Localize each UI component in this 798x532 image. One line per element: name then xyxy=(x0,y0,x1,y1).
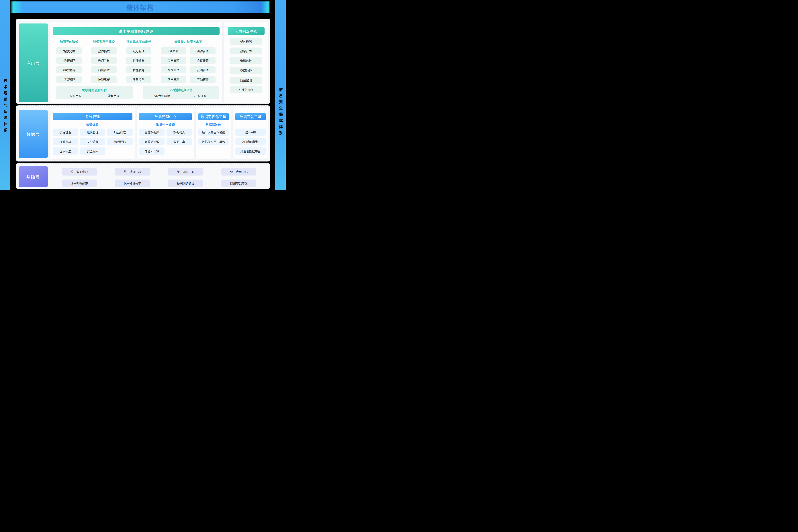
base-grid-row: 统一部署规范 统一标准规范 校园网络建设 网络基础资源 xyxy=(62,179,266,187)
platform-title: VR虚拟仿真平台 xyxy=(143,88,219,92)
base-item-card: 统一标准规范 xyxy=(115,179,150,187)
data-section-cards: 领导大数据驾驶舱 数据微应用工具包 xyxy=(199,129,229,145)
platform-item: VR实训室 xyxy=(181,94,219,98)
app-grid-row: 党员管理 教师考核 智能阅卷 资产管理 会议管理 xyxy=(56,57,220,64)
platform-items: VR专业建设 VR实训室 xyxy=(143,94,219,98)
platform-item: 预约管理 xyxy=(56,94,95,98)
data-item-card: 监督评估 xyxy=(107,138,133,145)
base-item-card: 统一应用中心 xyxy=(221,168,256,175)
app-item-card: 访客管理 xyxy=(190,48,216,54)
data-item-card: 统一API xyxy=(235,129,266,136)
app-grid-row: 党费管理 技能竞赛 质量监测 宿舍管理 考勤管理 xyxy=(56,76,220,83)
base-item-card: 统一数据中心 xyxy=(62,168,97,175)
cockpit-item-card: 整体概况 xyxy=(229,38,262,45)
right-security-bar: 信息安全保障体系 xyxy=(275,0,286,190)
data-section-system: 系统管理 管理体系 流程管理 组织管理 行业标准 标准审核 安全管理 监督评估 … xyxy=(50,108,135,159)
cockpit-item-card: 空间监控 xyxy=(229,67,262,74)
data-item-card: 安全编码 xyxy=(80,148,105,155)
data-section-header: 数据可视化工具 xyxy=(199,113,229,120)
data-section-subtitle: 数据驾驶舱 xyxy=(196,122,231,127)
data-item-card: 元数据管理 xyxy=(139,138,165,145)
base-grid-row: 统一数据中心 统一认证中心 统一通讯中心 统一应用中心 xyxy=(62,168,266,175)
app-main-subpanel: 高水平职业院校建设 加强党的建设 双师型队伍建设 信息化水平与素养 管理能力与服… xyxy=(50,22,222,103)
app-item-card: 党费管理 xyxy=(56,76,82,83)
category-title-teacher: 双师型队伍建设 xyxy=(93,39,115,44)
app-item-card: 会议管理 xyxy=(190,57,216,64)
app-item-card: 社团管理 xyxy=(190,66,216,73)
data-section-header: 数据管理中心 xyxy=(139,113,192,120)
left-guarantee-bar: 技术规范与保障体系 xyxy=(0,0,11,190)
data-section-cards: 主题数据库 数据接入 元数据管理 数据共享 存储和计算 xyxy=(139,129,192,155)
app-layer-panel: 应用层 高水平职业院校建设 加强党的建设 双师型队伍建设 信息化水平与素养 管理… xyxy=(16,19,271,104)
data-section-cards: 统一API API自动授权 开发者数据中台 xyxy=(235,129,266,155)
data-item-card: 标准审核 xyxy=(53,138,78,145)
data-section-visual: 数据可视化工具 数据驾驶舱 领导大数据驾驶舱 数据微应用工具包 xyxy=(196,108,231,159)
title-banner: 整体架构 xyxy=(10,1,270,13)
layer-label-base: 基础层 xyxy=(19,166,48,187)
app-item-grid: 智慧党建 教师档案 纸笔互动 OA系统 访客管理 党员管理 教师考核 智能阅卷 … xyxy=(56,48,220,85)
data-item-card: 开发者数据中台 xyxy=(235,148,266,155)
layer-label-app: 应用层 xyxy=(19,23,48,102)
app-item-card: 教师档案 xyxy=(91,48,117,54)
app-item-card: OA系统 xyxy=(161,48,186,54)
base-item-card: 统一通讯中心 xyxy=(168,168,203,175)
data-section-center: 数据管理中心 数据资产管理 主题数据库 数据接入 元数据管理 数据共享 存储和计… xyxy=(137,108,194,159)
data-section-dev: 数据开发工具 统一API API自动授权 开发者数据中台 xyxy=(233,108,268,159)
app-item-card: 智能教务 xyxy=(126,66,151,73)
data-section-cards: 流程管理 组织管理 行业标准 标准审核 安全管理 监督评估 国家标准 安全编码 xyxy=(53,129,133,155)
app-item-card: 科研管理 xyxy=(91,66,117,73)
page: { "banner": { "title": "整体架构" }, "sideba… xyxy=(0,0,286,190)
cockpit-header: 大数据驾驶舱 xyxy=(227,27,264,35)
category-title-manage: 管理能力与服务水平 xyxy=(174,39,202,44)
data-item-card: 数据微应用工具包 xyxy=(199,138,229,145)
cockpit-item-card: 资源监控 xyxy=(229,57,262,64)
data-item-card: 数据接入 xyxy=(167,129,192,136)
app-grid-row: 智慧党建 教师档案 纸笔互动 OA系统 访客管理 xyxy=(56,48,220,54)
app-item-card: 教师考核 xyxy=(91,57,117,64)
app-item-card: 智能阅卷 xyxy=(126,57,151,64)
data-item-card: 组织管理 xyxy=(80,129,105,136)
data-section-subtitle: 管理体系 xyxy=(50,122,135,127)
data-item-card: 主题数据库 xyxy=(139,129,165,136)
cockpit-subpanel: 大数据驾驶舱 整体概况 教学行为 资源监控 空间监控 质量监测 个性化定制 xyxy=(224,22,268,103)
data-section-header: 系统管理 xyxy=(53,113,132,120)
base-item-card: 校园网络建设 xyxy=(168,179,203,187)
left-guarantee-label: 技术规范与保障体系 xyxy=(3,79,8,134)
data-item-card: 行业标准 xyxy=(107,129,133,136)
data-item-card: 安全管理 xyxy=(80,138,105,145)
data-item-card: 数据共享 xyxy=(167,138,192,145)
app-item-card: 党员管理 xyxy=(56,57,82,64)
category-title-info: 信息化水平与素养 xyxy=(127,39,151,44)
base-layer-panel: 基础层 统一数据中心 统一认证中心 统一通讯中心 统一应用中心 统一部署规范 统… xyxy=(16,163,271,189)
app-main-header: 高水平职业院校建设 xyxy=(53,27,220,35)
app-item-card: 资产管理 xyxy=(161,57,186,64)
base-item-grid: 统一数据中心 统一认证中心 统一通讯中心 统一应用中心 统一部署规范 统一标准规… xyxy=(62,168,266,190)
right-security-label: 信息安全保障体系 xyxy=(278,88,283,137)
app-item-card: 质量监测 xyxy=(126,76,151,83)
data-item-card: 国家标准 xyxy=(53,148,78,155)
base-item-card: 统一认证中心 xyxy=(115,168,150,175)
cockpit-item-card: 教学行为 xyxy=(229,48,262,54)
app-item-card: 智慧党建 xyxy=(56,48,82,54)
data-layer-panel: 数据层 系统管理 管理体系 流程管理 组织管理 行业标准 标准审核 安全管理 监… xyxy=(16,106,271,162)
data-item-card: 领导大数据驾驶舱 xyxy=(199,129,229,136)
platform-items: 预约管理 能耗管理 xyxy=(56,94,133,98)
app-item-card: 组织生活 xyxy=(56,66,82,73)
data-section-header: 数据开发工具 xyxy=(235,113,266,120)
page-title: 整体架构 xyxy=(126,2,154,12)
data-item-card: 流程管理 xyxy=(53,129,78,136)
app-grid-row: 组织生活 科研管理 智能教务 场馆管理 社团管理 xyxy=(56,66,220,73)
cockpit-item-card: 质量监测 xyxy=(229,77,262,83)
data-section-subtitle: 数据资产管理 xyxy=(137,122,194,127)
data-item-card: 存储和计算 xyxy=(139,148,165,155)
app-item-card: 技能竞赛 xyxy=(91,76,117,83)
app-item-card: 考勤管理 xyxy=(190,76,216,83)
app-item-card: 纸笔互动 xyxy=(126,48,151,54)
base-item-card: 网络基础资源 xyxy=(221,179,256,187)
platform-item: 能耗管理 xyxy=(95,94,133,98)
cockpit-item-card: 个性化定制 xyxy=(229,86,262,93)
app-item-card: 场馆管理 xyxy=(161,66,186,73)
layer-label-data: 数据层 xyxy=(19,110,48,158)
platform-iot: 物联网超融合平台 预约管理 能耗管理 xyxy=(56,86,133,99)
platform-item: VR专业建设 xyxy=(143,94,181,98)
